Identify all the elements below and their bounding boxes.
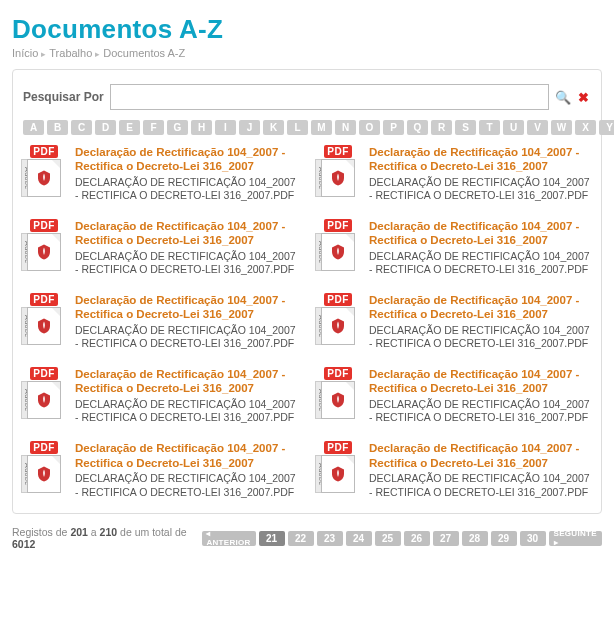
az-filter-b[interactable]: B (47, 120, 68, 135)
document-item: AdobePDFDeclaração de Rectificação 104_2… (317, 367, 591, 425)
pdf-page-icon (321, 307, 355, 345)
pdf-file-icon[interactable]: AdobePDF (23, 441, 65, 493)
pager-page-28[interactable]: 28 (462, 531, 488, 546)
search-row: Pesquisar Por 🔍 ✖ (23, 84, 591, 110)
pdf-page-icon (27, 159, 61, 197)
pager-page-30[interactable]: 30 (520, 531, 546, 546)
search-icon[interactable]: 🔍 (555, 89, 571, 105)
document-title-link[interactable]: Declaração de Rectificação 104_2007 - Re… (369, 367, 591, 396)
az-filter-u[interactable]: U (503, 120, 524, 135)
pdf-file-icon[interactable]: AdobePDF (23, 293, 65, 345)
document-filename: DECLARAÇÃO DE RECTIFICAÇÃO 104_2007 - RE… (75, 472, 297, 499)
az-filter-v[interactable]: V (527, 120, 548, 135)
document-title-link[interactable]: Declaração de Rectificação 104_2007 - Re… (75, 145, 297, 174)
document-filename: DECLARAÇÃO DE RECTIFICAÇÃO 104_2007 - RE… (75, 324, 297, 351)
document-filename: DECLARAÇÃO DE RECTIFICAÇÃO 104_2007 - RE… (75, 398, 297, 425)
pdf-page-icon (27, 307, 61, 345)
pager-page-29[interactable]: 29 (491, 531, 517, 546)
search-label: Pesquisar Por (23, 90, 104, 104)
document-title-link[interactable]: Declaração de Rectificação 104_2007 - Re… (369, 219, 591, 248)
az-filter-p[interactable]: P (383, 120, 404, 135)
document-title-link[interactable]: Declaração de Rectificação 104_2007 - Re… (75, 441, 297, 470)
document-filename: DECLARAÇÃO DE RECTIFICAÇÃO 104_2007 - RE… (75, 250, 297, 277)
az-filter-i[interactable]: I (215, 120, 236, 135)
document-title-link[interactable]: Declaração de Rectificação 104_2007 - Re… (369, 293, 591, 322)
document-title-link[interactable]: Declaração de Rectificação 104_2007 - Re… (75, 293, 297, 322)
clear-search-icon[interactable]: ✖ (575, 89, 591, 105)
breadcrumb-sep: ▸ (41, 49, 46, 59)
document-filename: DECLARAÇÃO DE RECTIFICAÇÃO 104_2007 - RE… (369, 472, 591, 499)
document-item: AdobePDFDeclaração de Rectificação 104_2… (317, 441, 591, 499)
pdf-badge: PDF (30, 219, 58, 232)
az-filter-g[interactable]: G (167, 120, 188, 135)
pdf-badge: PDF (30, 441, 58, 454)
search-input[interactable] (110, 84, 549, 110)
pdf-file-icon[interactable]: AdobePDF (317, 145, 359, 197)
az-filter-j[interactable]: J (239, 120, 260, 135)
pdf-file-icon[interactable]: AdobePDF (23, 367, 65, 419)
pdf-file-icon[interactable]: AdobePDF (317, 293, 359, 345)
document-item: AdobePDFDeclaração de Rectificação 104_2… (23, 219, 297, 277)
az-filter-e[interactable]: E (119, 120, 140, 135)
breadcrumb-item[interactable]: Início (12, 47, 38, 59)
document-title-link[interactable]: Declaração de Rectificação 104_2007 - Re… (369, 441, 591, 470)
pdf-badge: PDF (324, 145, 352, 158)
az-filter-t[interactable]: T (479, 120, 500, 135)
pager-page-22[interactable]: 22 (288, 531, 314, 546)
pager-prev[interactable]: ◂ ANTERIOR (202, 531, 256, 546)
az-filter-a[interactable]: A (23, 120, 44, 135)
pdf-file-icon[interactable]: AdobePDF (23, 145, 65, 197)
content-panel: Pesquisar Por 🔍 ✖ ABCDEFGHIJKLMNOPQRSTUV… (12, 69, 602, 514)
az-filter-h[interactable]: H (191, 120, 212, 135)
az-filter-w[interactable]: W (551, 120, 572, 135)
count-from: 201 (70, 526, 88, 538)
pdf-page-icon (321, 159, 355, 197)
pdf-file-icon[interactable]: AdobePDF (23, 219, 65, 271)
pdf-badge: PDF (324, 219, 352, 232)
pdf-page-icon (321, 381, 355, 419)
pager-page-25[interactable]: 25 (375, 531, 401, 546)
az-filter-d[interactable]: D (95, 120, 116, 135)
pdf-page-icon (27, 233, 61, 271)
az-filter-o[interactable]: O (359, 120, 380, 135)
document-filename: DECLARAÇÃO DE RECTIFICAÇÃO 104_2007 - RE… (369, 250, 591, 277)
az-filter-f[interactable]: F (143, 120, 164, 135)
document-item: AdobePDFDeclaração de Rectificação 104_2… (317, 145, 591, 203)
count-total: 6012 (12, 538, 35, 550)
pager-page-27[interactable]: 27 (433, 531, 459, 546)
alphabet-filter: ABCDEFGHIJKLMNOPQRSTUVWXYZTODOS (23, 120, 591, 135)
document-title-link[interactable]: Declaração de Rectificação 104_2007 - Re… (369, 145, 591, 174)
pdf-badge: PDF (30, 145, 58, 158)
pager-page-21[interactable]: 21 (259, 531, 285, 546)
pdf-page-icon (27, 381, 61, 419)
breadcrumb-item[interactable]: Trabalho (49, 47, 92, 59)
az-filter-m[interactable]: M (311, 120, 332, 135)
az-filter-c[interactable]: C (71, 120, 92, 135)
az-filter-s[interactable]: S (455, 120, 476, 135)
az-filter-l[interactable]: L (287, 120, 308, 135)
pdf-file-icon[interactable]: AdobePDF (317, 219, 359, 271)
az-filter-k[interactable]: K (263, 120, 284, 135)
az-filter-q[interactable]: Q (407, 120, 428, 135)
document-title-link[interactable]: Declaração de Rectificação 104_2007 - Re… (75, 367, 297, 396)
pager-next[interactable]: SEGUINTE ▸ (549, 531, 602, 546)
pdf-file-icon[interactable]: AdobePDF (317, 441, 359, 493)
pdf-page-icon (27, 455, 61, 493)
footer: Registos de 201 a 210 de um total de 601… (12, 526, 602, 550)
document-item: AdobePDFDeclaração de Rectificação 104_2… (317, 219, 591, 277)
az-filter-n[interactable]: N (335, 120, 356, 135)
pager-page-24[interactable]: 24 (346, 531, 372, 546)
az-filter-r[interactable]: R (431, 120, 452, 135)
pdf-badge: PDF (324, 293, 352, 306)
az-filter-x[interactable]: X (575, 120, 596, 135)
pager-page-23[interactable]: 23 (317, 531, 343, 546)
pdf-file-icon[interactable]: AdobePDF (317, 367, 359, 419)
count-pre: Registos de (12, 526, 70, 538)
az-filter-y[interactable]: Y (599, 120, 614, 135)
count-total-pre: de um total de (117, 526, 186, 538)
documents-grid: AdobePDFDeclaração de Rectificação 104_2… (23, 145, 591, 499)
document-title-link[interactable]: Declaração de Rectificação 104_2007 - Re… (75, 219, 297, 248)
document-item: AdobePDFDeclaração de Rectificação 104_2… (23, 441, 297, 499)
pager-page-26[interactable]: 26 (404, 531, 430, 546)
pdf-badge: PDF (324, 367, 352, 380)
